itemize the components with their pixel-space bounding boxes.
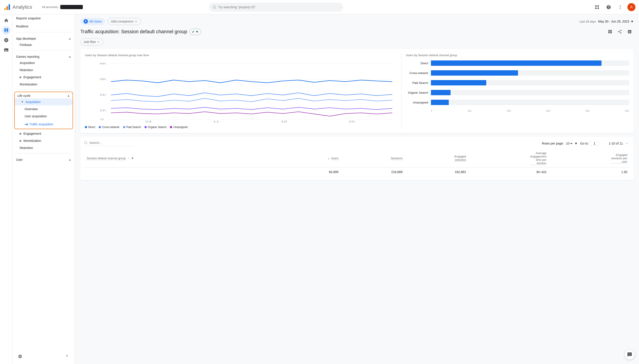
sidebar-user-header[interactable]: User ▲ (13, 155, 75, 162)
share-icon (617, 30, 622, 34)
breadcrumb: All accounts › Demo Account (42, 5, 83, 9)
sidebar-lifecycle-monetization-label: Monetization (24, 139, 41, 142)
add-comparison-btn[interactable]: Add comparison ＋ (108, 18, 141, 25)
bar-chart-area: Users by Session default channel group D… (401, 54, 629, 129)
add-filter-btn[interactable]: Add filter ＋ (80, 38, 103, 46)
sidebar-realtime[interactable]: Realtime (13, 22, 75, 30)
col-users-header[interactable]: ↓ Users (281, 149, 341, 168)
legend-dot-direct (85, 126, 87, 128)
breadcrumb-all-accounts[interactable]: All accounts (42, 5, 58, 9)
collapse-icon-btn[interactable] (63, 352, 71, 360)
logo-area: Analytics (4, 4, 39, 11)
date-range-selector[interactable]: Last 28 days May 30 - Jun 26, 2023 ▼ (579, 20, 634, 23)
bar-label-unassigned: Unassigned (406, 101, 428, 104)
sidebar-lifecycle-retention[interactable]: Retention (13, 144, 75, 152)
col-engaged-per-user-header[interactable]: Engagedsessions peruser (549, 149, 630, 168)
help-icon-btn[interactable] (604, 3, 613, 12)
sidebar-app-developer-header[interactable]: App developer ▲ (13, 34, 75, 41)
page-nav: ‹ 1-10 of 11 › (602, 140, 630, 146)
page-input[interactable] (590, 141, 599, 146)
sidebar-games-engagement[interactable]: ▶ Engagement (13, 74, 75, 81)
rail-explore[interactable] (2, 36, 11, 44)
sidebar-games-monetization[interactable]: Monetization (13, 81, 75, 88)
cell-channel (84, 168, 281, 177)
prev-page-btn[interactable]: ‹ (602, 140, 608, 146)
cell-users: 84,895 (281, 168, 341, 177)
rail-ads[interactable] (2, 46, 11, 54)
sidebar-overview-label: Overview (25, 107, 38, 111)
more-icon-btn[interactable] (616, 3, 625, 12)
sidebar-user-title: User (16, 158, 23, 162)
sidebar-lifecycle-user-acquisition[interactable]: User acquisition (15, 113, 73, 120)
sidebar-games-reporting-header[interactable]: Games reporting ▲ (13, 52, 75, 59)
page-title: Traffic acquisition: Session default cha… (80, 28, 201, 35)
settings-btn[interactable] (15, 352, 25, 360)
sidebar-lifecycle-engagement-label: Engagement (24, 132, 41, 136)
avatar[interactable]: A (627, 3, 635, 11)
layout: Reports snapshot Realtime App developer … (0, 14, 639, 364)
cell-engaged-sessions: 162,862 (405, 168, 469, 177)
sidebar-games-reporting-title: Games reporting (16, 55, 39, 58)
rows-per-page-select[interactable]: 10 25 50 (565, 142, 573, 146)
svg-point-10 (620, 7, 621, 8)
col-add-icon[interactable]: ＋ (128, 156, 130, 160)
sidebar-lifecycle-engagement[interactable]: ▶ Engagement (13, 130, 75, 137)
bar-axis-50k: 50K (625, 110, 629, 112)
svg-line-4 (215, 8, 216, 8)
sidebar-user-acq-label: User acquisition (25, 114, 47, 118)
page-title-text: Traffic acquisition: Session default cha… (80, 29, 187, 34)
sidebar-reports-snapshot[interactable]: Reports snapshot (13, 14, 75, 22)
svg-rect-6 (597, 5, 599, 6)
share-btn[interactable] (606, 28, 614, 36)
insights-icon (627, 30, 632, 34)
sidebar-games-retention[interactable]: Retention (13, 66, 75, 74)
sidebar-games-acquisition[interactable]: Acquisition (13, 59, 75, 66)
export-btn[interactable] (616, 28, 624, 36)
add-comparison-label: Add comparison (111, 20, 134, 23)
bar-track-direct (431, 60, 629, 66)
grid-icon-btn[interactable] (592, 3, 601, 12)
date-last-label: Last 28 days (579, 20, 596, 23)
table-search[interactable] (84, 141, 134, 146)
insights-btn[interactable] (625, 28, 634, 36)
col-channel-header[interactable]: Session default channel group ＋ ▼ (84, 149, 281, 168)
search-input[interactable] (218, 5, 339, 9)
collapse-sidebar-btn[interactable] (63, 352, 71, 360)
line-chart-title: Users by Session default channel group o… (85, 54, 398, 57)
search-bar[interactable] (209, 3, 343, 12)
chat-btn[interactable] (625, 350, 634, 360)
chevron-right-icon-2: ▶ (20, 132, 22, 135)
table-search-input[interactable] (89, 141, 134, 144)
bar-row-organic-search: Organic Search (406, 90, 629, 95)
go-to: Go to: (580, 141, 599, 146)
svg-rect-5 (595, 5, 596, 6)
sidebar-lifecycle-overview[interactable]: Overview (15, 106, 73, 113)
col-sessions-header[interactable]: Sessions (341, 149, 405, 168)
sidebar-lifecycle-monetization[interactable]: ▶ Monetization (13, 137, 75, 144)
sidebar-lifecycle-header[interactable]: Life cycle ▲ (15, 92, 73, 98)
legend-cross-network: Cross-network (99, 126, 119, 129)
charts-row: Users by Session default channel group o… (80, 49, 634, 133)
sidebar-lifecycle-title: Life cycle (18, 94, 30, 98)
sidebar-divider-1 (16, 32, 71, 32)
sidebar-lifecycle-traffic-acquisition[interactable]: ➔ Traffic acquisition (15, 120, 73, 129)
title-badge[interactable]: ✔ ▼ (189, 28, 201, 35)
bar-axis-20k: 20K (507, 110, 511, 112)
col-users-label: Users (331, 156, 339, 160)
rail-reports[interactable] (2, 26, 11, 35)
grid-icon (594, 5, 599, 10)
bar-label-cross-network: Cross-network (406, 71, 428, 75)
next-page-btn[interactable]: › (624, 140, 630, 146)
bar-track-organic-search (431, 90, 629, 95)
col-avg-engagement-header[interactable]: Averageengagementtime persession (469, 149, 549, 168)
sidebar-lifecycle-acquisition[interactable]: ▼ Acquisition (15, 98, 73, 106)
col-engaged-sessions-header[interactable]: Engagedsessions (405, 149, 469, 168)
rail-home[interactable] (2, 16, 11, 25)
bar-label-direct: Direct (406, 62, 428, 65)
all-users-badge[interactable]: A All Users (80, 18, 105, 25)
table-section: Rows per page: 10 25 50 ▼ Go to: ‹ (80, 137, 634, 180)
sidebar-firebase[interactable]: Firebase (13, 41, 75, 48)
comparison-bar: A All Users Add comparison ＋ (80, 18, 141, 25)
bar-axis: 0 10K 20K 30K 40K 50K (406, 110, 629, 112)
bar-axis-0: 0 (431, 110, 432, 112)
